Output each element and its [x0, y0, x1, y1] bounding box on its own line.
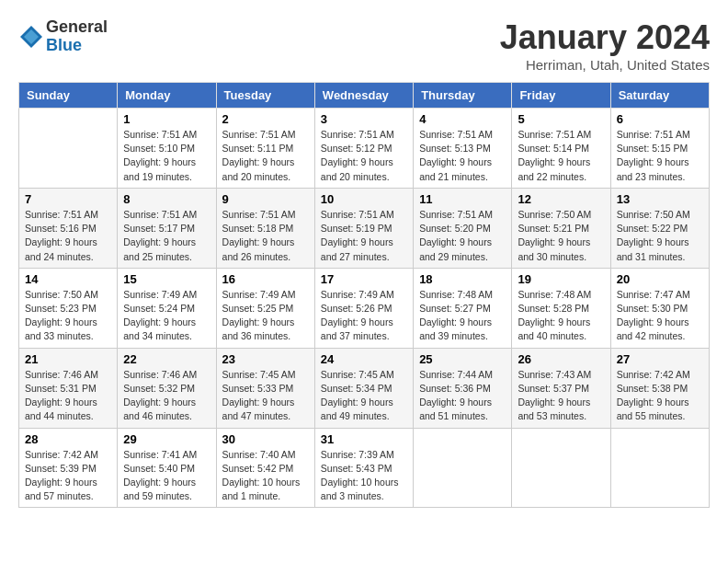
day-number: 6	[617, 112, 703, 126]
week-row-3: 14Sunrise: 7:50 AMSunset: 5:23 PMDayligh…	[19, 268, 710, 348]
day-info: Sunrise: 7:51 AMSunset: 5:13 PMDaylight:…	[419, 128, 506, 184]
day-cell: 2Sunrise: 7:51 AMSunset: 5:11 PMDaylight…	[216, 109, 314, 189]
day-info: Sunrise: 7:42 AMSunset: 5:39 PMDaylight:…	[25, 448, 111, 504]
day-cell: 8Sunrise: 7:51 AMSunset: 5:17 PMDaylight…	[118, 188, 216, 268]
title-block: January 2024 Herriman, Utah, United Stat…	[500, 18, 710, 73]
day-info: Sunrise: 7:44 AMSunset: 5:36 PMDaylight:…	[419, 368, 506, 424]
week-row-1: 1Sunrise: 7:51 AMSunset: 5:10 PMDaylight…	[19, 109, 710, 189]
day-number: 30	[222, 432, 309, 446]
day-cell: 25Sunrise: 7:44 AMSunset: 5:36 PMDayligh…	[414, 348, 512, 428]
day-number: 14	[25, 272, 111, 286]
week-row-4: 21Sunrise: 7:46 AMSunset: 5:31 PMDayligh…	[19, 348, 710, 428]
day-cell: 28Sunrise: 7:42 AMSunset: 5:39 PMDayligh…	[19, 428, 118, 508]
column-header-monday: Monday	[118, 83, 216, 109]
day-cell: 7Sunrise: 7:51 AMSunset: 5:16 PMDaylight…	[19, 188, 118, 268]
day-info: Sunrise: 7:42 AMSunset: 5:38 PMDaylight:…	[617, 368, 703, 424]
day-number: 7	[25, 192, 111, 206]
day-number: 16	[222, 272, 309, 286]
day-info: Sunrise: 7:50 AMSunset: 5:21 PMDaylight:…	[518, 208, 604, 264]
day-cell: 16Sunrise: 7:49 AMSunset: 5:25 PMDayligh…	[216, 268, 314, 348]
day-cell: 10Sunrise: 7:51 AMSunset: 5:19 PMDayligh…	[314, 188, 413, 268]
day-cell	[512, 428, 610, 508]
day-info: Sunrise: 7:46 AMSunset: 5:32 PMDaylight:…	[123, 368, 210, 424]
day-cell: 31Sunrise: 7:39 AMSunset: 5:43 PMDayligh…	[314, 428, 413, 508]
week-row-5: 28Sunrise: 7:42 AMSunset: 5:39 PMDayligh…	[19, 428, 710, 508]
day-number: 18	[419, 272, 506, 286]
day-number: 17	[321, 272, 407, 286]
day-cell: 5Sunrise: 7:51 AMSunset: 5:14 PMDaylight…	[512, 109, 610, 189]
day-info: Sunrise: 7:48 AMSunset: 5:27 PMDaylight:…	[419, 288, 506, 344]
day-cell: 1Sunrise: 7:51 AMSunset: 5:10 PMDaylight…	[118, 109, 216, 189]
week-row-2: 7Sunrise: 7:51 AMSunset: 5:16 PMDaylight…	[19, 188, 710, 268]
day-info: Sunrise: 7:39 AMSunset: 5:43 PMDaylight:…	[321, 448, 407, 504]
day-info: Sunrise: 7:43 AMSunset: 5:37 PMDaylight:…	[518, 368, 604, 424]
column-header-thursday: Thursday	[414, 83, 512, 109]
day-info: Sunrise: 7:49 AMSunset: 5:24 PMDaylight:…	[123, 288, 210, 344]
calendar-subtitle: Herriman, Utah, United States	[500, 57, 710, 73]
day-cell: 6Sunrise: 7:51 AMSunset: 5:15 PMDaylight…	[610, 109, 709, 189]
day-info: Sunrise: 7:50 AMSunset: 5:22 PMDaylight:…	[617, 208, 703, 264]
day-cell: 24Sunrise: 7:45 AMSunset: 5:34 PMDayligh…	[314, 348, 413, 428]
day-info: Sunrise: 7:51 AMSunset: 5:16 PMDaylight:…	[25, 208, 111, 264]
day-number: 20	[617, 272, 703, 286]
day-number: 25	[419, 352, 506, 366]
day-number: 4	[419, 112, 506, 126]
day-info: Sunrise: 7:51 AMSunset: 5:11 PMDaylight:…	[222, 128, 309, 184]
day-cell: 9Sunrise: 7:51 AMSunset: 5:18 PMDaylight…	[216, 188, 314, 268]
day-info: Sunrise: 7:41 AMSunset: 5:40 PMDaylight:…	[123, 448, 210, 504]
day-info: Sunrise: 7:45 AMSunset: 5:33 PMDaylight:…	[222, 368, 309, 424]
logo-general-text: General	[46, 17, 108, 36]
day-number: 29	[123, 432, 210, 446]
column-header-sunday: Sunday	[19, 83, 118, 109]
day-number: 2	[222, 112, 309, 126]
calendar-header-row: SundayMondayTuesdayWednesdayThursdayFrid…	[19, 83, 710, 109]
day-cell: 29Sunrise: 7:41 AMSunset: 5:40 PMDayligh…	[118, 428, 216, 508]
day-number: 10	[321, 192, 407, 206]
column-header-wednesday: Wednesday	[314, 83, 413, 109]
day-cell: 3Sunrise: 7:51 AMSunset: 5:12 PMDaylight…	[314, 109, 413, 189]
day-info: Sunrise: 7:49 AMSunset: 5:26 PMDaylight:…	[321, 288, 407, 344]
day-cell: 23Sunrise: 7:45 AMSunset: 5:33 PMDayligh…	[216, 348, 314, 428]
logo-icon	[18, 24, 44, 50]
day-info: Sunrise: 7:51 AMSunset: 5:14 PMDaylight:…	[518, 128, 604, 184]
day-info: Sunrise: 7:46 AMSunset: 5:31 PMDaylight:…	[25, 368, 111, 424]
day-number: 27	[617, 352, 703, 366]
day-info: Sunrise: 7:51 AMSunset: 5:10 PMDaylight:…	[123, 128, 210, 184]
day-cell: 11Sunrise: 7:51 AMSunset: 5:20 PMDayligh…	[414, 188, 512, 268]
column-header-friday: Friday	[512, 83, 610, 109]
day-info: Sunrise: 7:51 AMSunset: 5:19 PMDaylight:…	[321, 208, 407, 264]
day-cell: 26Sunrise: 7:43 AMSunset: 5:37 PMDayligh…	[512, 348, 610, 428]
day-number: 1	[123, 112, 210, 126]
day-cell	[610, 428, 709, 508]
day-info: Sunrise: 7:51 AMSunset: 5:17 PMDaylight:…	[123, 208, 210, 264]
day-number: 13	[617, 192, 703, 206]
day-info: Sunrise: 7:51 AMSunset: 5:18 PMDaylight:…	[222, 208, 309, 264]
day-number: 31	[321, 432, 407, 446]
day-number: 22	[123, 352, 210, 366]
day-cell: 15Sunrise: 7:49 AMSunset: 5:24 PMDayligh…	[118, 268, 216, 348]
day-info: Sunrise: 7:49 AMSunset: 5:25 PMDaylight:…	[222, 288, 309, 344]
day-info: Sunrise: 7:51 AMSunset: 5:20 PMDaylight:…	[419, 208, 506, 264]
day-number: 9	[222, 192, 309, 206]
day-info: Sunrise: 7:48 AMSunset: 5:28 PMDaylight:…	[518, 288, 604, 344]
day-number: 5	[518, 112, 604, 126]
column-header-tuesday: Tuesday	[216, 83, 314, 109]
day-number: 24	[321, 352, 407, 366]
day-cell: 22Sunrise: 7:46 AMSunset: 5:32 PMDayligh…	[118, 348, 216, 428]
day-cell: 18Sunrise: 7:48 AMSunset: 5:27 PMDayligh…	[414, 268, 512, 348]
day-info: Sunrise: 7:45 AMSunset: 5:34 PMDaylight:…	[321, 368, 407, 424]
day-number: 12	[518, 192, 604, 206]
day-cell: 30Sunrise: 7:40 AMSunset: 5:42 PMDayligh…	[216, 428, 314, 508]
day-cell	[414, 428, 512, 508]
logo: General Blue	[18, 18, 108, 55]
day-number: 21	[25, 352, 111, 366]
page-header: General Blue January 2024 Herriman, Utah…	[18, 18, 710, 73]
day-cell	[19, 109, 118, 189]
day-info: Sunrise: 7:51 AMSunset: 5:15 PMDaylight:…	[617, 128, 703, 184]
calendar-table: SundayMondayTuesdayWednesdayThursdayFrid…	[18, 82, 710, 508]
day-cell: 19Sunrise: 7:48 AMSunset: 5:28 PMDayligh…	[512, 268, 610, 348]
day-info: Sunrise: 7:51 AMSunset: 5:12 PMDaylight:…	[321, 128, 407, 184]
day-number: 19	[518, 272, 604, 286]
day-number: 11	[419, 192, 506, 206]
day-info: Sunrise: 7:50 AMSunset: 5:23 PMDaylight:…	[25, 288, 111, 344]
